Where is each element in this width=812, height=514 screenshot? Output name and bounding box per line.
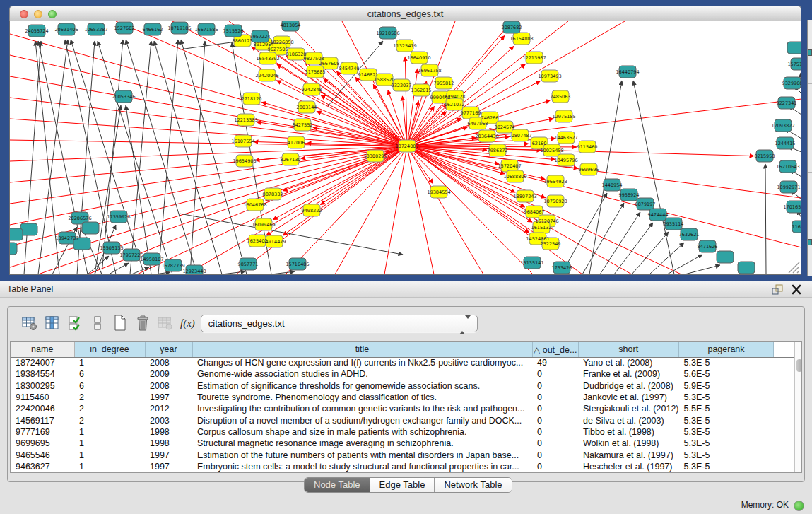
network-edge xyxy=(685,265,720,274)
show-columns-icon[interactable] xyxy=(43,314,61,332)
table-cell: 2012 xyxy=(145,403,192,414)
node-label: 3024574 xyxy=(495,124,515,130)
node-table[interactable]: namein_degreeyeartitle△ out_de...shortpa… xyxy=(11,342,794,472)
node-label: 2522549 xyxy=(541,241,561,247)
column-header-pagerank[interactable]: pagerank xyxy=(679,342,774,357)
network-node[interactable] xyxy=(82,222,99,234)
table-cell: Structural magnetic resonance image aver… xyxy=(192,438,532,449)
node-label: 1362615 xyxy=(411,88,432,93)
table-scrollbar[interactable] xyxy=(794,342,803,472)
close-window-button[interactable] xyxy=(20,10,28,18)
rows-icon[interactable] xyxy=(88,314,107,332)
network-edge xyxy=(88,256,109,274)
memory-ok-indicator xyxy=(794,501,804,511)
network-edge xyxy=(384,146,407,274)
network-node[interactable] xyxy=(787,42,801,54)
table-row[interactable]: 969969511998Structural magnetic resonanc… xyxy=(11,438,794,449)
table-selector-dropdown[interactable]: citations_edges.txt xyxy=(201,315,478,332)
table-row[interactable]: 1830029562008Estimation of significance … xyxy=(11,380,794,392)
network-edge xyxy=(283,146,407,235)
node-label: 1615132 xyxy=(531,225,552,230)
column-header-out_de[interactable]: △ out_de... xyxy=(532,342,578,357)
node-label: 15135141 xyxy=(520,260,543,266)
background-node-fragment xyxy=(808,239,812,245)
close-panel-icon[interactable] xyxy=(790,284,803,296)
network-canvas[interactable]: 1872400711325419186409101696175879558121… xyxy=(9,21,801,275)
node-label: 15716485 xyxy=(286,262,309,267)
table-cell xyxy=(774,426,794,438)
minimize-window-button[interactable] xyxy=(34,10,42,18)
column-header-title[interactable]: title xyxy=(192,342,532,357)
node-label: 9474444 xyxy=(648,212,669,218)
tab-node-table[interactable]: Node Table xyxy=(305,478,370,492)
network-node[interactable] xyxy=(717,251,734,263)
node-label: 16046768 xyxy=(243,202,266,208)
table-cell: 5.3E-5 xyxy=(679,357,774,368)
table-cell xyxy=(774,380,794,392)
table-panel-body: f(x) citations_edges.txt namein_degreeye… xyxy=(7,306,805,482)
resize-grip[interactable] xyxy=(789,262,799,273)
new-document-icon[interactable] xyxy=(111,314,129,332)
network-node[interactable] xyxy=(20,223,37,235)
node-label: 10653287 xyxy=(84,27,107,33)
network-node[interactable] xyxy=(10,243,17,255)
column-header-year[interactable]: year xyxy=(145,342,192,357)
table-cell: 0 xyxy=(532,461,578,472)
table-scrollbar-thumb[interactable] xyxy=(796,359,802,372)
table-cell: 0 xyxy=(532,403,578,414)
tab-network-table[interactable]: Network Table xyxy=(434,478,511,492)
network-edge xyxy=(335,146,407,274)
node-label: 12923448 xyxy=(182,269,206,274)
node-label: 18300295 xyxy=(363,153,387,159)
table-row[interactable]: 977716911998Corpus callosum shape and si… xyxy=(11,426,794,438)
column-header-short[interactable]: short xyxy=(578,342,679,357)
node-label: 15505135 xyxy=(100,245,123,251)
table-cell: 6 xyxy=(74,380,145,392)
select-check-icon[interactable] xyxy=(66,314,84,332)
table-row[interactable]: 946362711997Embryonic stem cells: a mode… xyxy=(11,461,794,472)
node-label: 116753 xyxy=(792,224,801,230)
node-label: 9329966 xyxy=(782,81,801,86)
network-node[interactable] xyxy=(10,228,23,240)
trash-icon[interactable] xyxy=(134,314,152,332)
table-row[interactable]: 2242004622012Investigating the contribut… xyxy=(11,403,794,414)
table-row[interactable]: 1872400712008Changes of HCN gene express… xyxy=(11,357,794,368)
node-label: 7632621 xyxy=(679,232,700,238)
float-panel-icon[interactable] xyxy=(771,284,784,296)
node-label: 1440954 xyxy=(602,182,623,188)
table-cell xyxy=(774,449,794,460)
node-label: 7485063 xyxy=(551,94,571,100)
table-selector-value: citations_edges.txt xyxy=(208,315,285,332)
table-cell: 22420046 xyxy=(11,403,74,414)
node-label: 20053346 xyxy=(112,94,135,100)
table-row[interactable]: 946554611997Estimation of the future num… xyxy=(11,449,794,460)
node-label: 10719185 xyxy=(167,25,191,31)
table-settings-icon[interactable] xyxy=(20,314,39,332)
node-label: 8878332 xyxy=(263,192,283,197)
column-header-name[interactable]: name xyxy=(11,342,74,357)
function-builder-icon[interactable]: f(x) xyxy=(180,317,195,329)
zoom-window-button[interactable] xyxy=(48,10,57,18)
node-label: 16099469 xyxy=(252,222,275,228)
table-row[interactable]: 1456911722003Disruption of a novel membe… xyxy=(11,414,794,426)
network-graph[interactable]: 1872400711325419186409101696175879558121… xyxy=(10,21,801,274)
column-header-in_degree[interactable]: in_degree xyxy=(74,342,145,357)
table-cell: 0 xyxy=(532,368,578,380)
table-cell xyxy=(774,414,794,426)
table-cell: 2008 xyxy=(145,380,192,392)
network-edge xyxy=(632,232,669,274)
window-titlebar[interactable]: citations_edges.txt xyxy=(9,6,801,21)
node-label: 8427552 xyxy=(293,122,313,128)
node-label: 417006 xyxy=(288,140,305,146)
node-label: 2667608 xyxy=(319,61,340,66)
node-label: 2803144 xyxy=(297,105,317,110)
tab-edge-table[interactable]: Edge Table xyxy=(370,478,435,492)
network-node[interactable] xyxy=(738,262,755,274)
node-label: 14463627 xyxy=(554,135,577,141)
table-cell: 2 xyxy=(74,414,145,426)
node-label: 12213383 xyxy=(234,117,257,123)
table-row[interactable]: 911546021997Tourette syndrome. Phenomeno… xyxy=(11,392,794,403)
network-edge xyxy=(649,243,684,274)
table-row[interactable]: 1938455462009Genome-wide association stu… xyxy=(11,368,794,380)
table-cell: Yano et al. (2008) xyxy=(578,357,679,368)
